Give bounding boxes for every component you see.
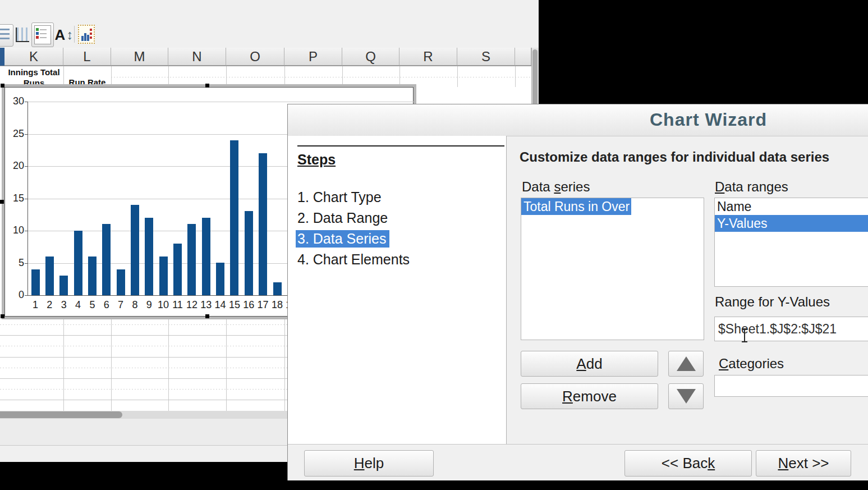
toolbar-separator [74, 26, 75, 43]
step-item-1[interactable]: 1. Chart Type [296, 189, 385, 206]
column-header-j-selected[interactable] [0, 48, 4, 66]
column-line [168, 319, 169, 411]
chart-selection-handle[interactable] [205, 84, 209, 88]
column-header-K[interactable]: K [4, 48, 63, 66]
chart-toolbar: A↕ [0, 21, 539, 48]
column-line [63, 319, 64, 411]
y-axis-label: 15 [7, 193, 24, 204]
chart-selection-handle[interactable] [205, 314, 209, 318]
steps-heading: Steps [297, 152, 336, 168]
column-line [111, 319, 112, 411]
data-series-item[interactable]: Total Runs in Over [521, 198, 631, 215]
step-item-2[interactable]: 2. Data Range [296, 209, 391, 227]
chart-selection-handle[interactable] [0, 200, 4, 204]
dialog-titlebar[interactable]: Chart Wizard [288, 104, 868, 136]
bar [259, 153, 267, 295]
vertical-grids-icon[interactable] [15, 26, 30, 43]
gridline [28, 102, 414, 102]
column-header-N[interactable]: N [168, 48, 226, 66]
horizontal-grids-icon[interactable] [0, 24, 13, 47]
y-axis-label: 30 [7, 95, 24, 107]
data-range-item[interactable]: Name [715, 198, 868, 215]
y-axis-label: 0 [7, 289, 24, 301]
panel-separator [506, 136, 507, 444]
y-axis [27, 102, 28, 296]
header-bottom-border [0, 66, 531, 66]
bar [45, 257, 54, 295]
data-series-listbox[interactable]: Total Runs in Over [521, 198, 704, 340]
column-line [515, 66, 516, 87]
help-button[interactable]: Help [304, 450, 434, 477]
column-header-O[interactable]: O [226, 48, 284, 66]
y-axis-label: 10 [7, 225, 24, 236]
range-for-y-values-label: Range for Y-Values [715, 294, 830, 310]
y-axis-label: 25 [7, 128, 24, 140]
column-line [284, 319, 285, 411]
horizontal-scrollbar-thumb[interactable] [0, 411, 122, 418]
move-down-button[interactable] [668, 383, 704, 409]
bar [88, 257, 97, 295]
content-heading: Customize data ranges for individual dat… [520, 149, 829, 165]
column-header-Q[interactable]: Q [342, 48, 399, 66]
bar [102, 224, 111, 295]
column-header-S[interactable]: S [457, 48, 515, 66]
up-arrow-icon [677, 356, 696, 371]
data-table-icon[interactable] [78, 25, 95, 44]
bar [145, 218, 153, 295]
screen: A↕ KLMNOPQRS Innings Total Runs Run Rate… [0, 0, 868, 490]
bar [187, 224, 196, 295]
bar [173, 244, 182, 295]
categories-input[interactable] [714, 375, 868, 397]
down-arrow-icon [677, 389, 696, 404]
column-header-P[interactable]: P [284, 48, 342, 66]
remove-button[interactable]: Remove [521, 383, 658, 409]
legend-glyph [34, 25, 51, 44]
legend-on-off-icon[interactable] [31, 22, 54, 47]
column-header-L[interactable]: L [63, 48, 111, 66]
bar [31, 269, 40, 295]
column-header-R[interactable]: R [399, 48, 457, 66]
data-ranges-listbox[interactable]: NameY-Values [714, 198, 868, 287]
y-axis-label: 5 [7, 257, 24, 269]
back-button[interactable]: << Back [624, 450, 752, 477]
data-table-glyph [78, 25, 95, 44]
bar [245, 211, 253, 295]
move-up-button[interactable] [668, 351, 704, 377]
column-header-partial[interactable] [515, 48, 531, 66]
bar [59, 276, 68, 295]
dialog-title: Chart Wizard [650, 109, 767, 130]
bar [273, 282, 282, 295]
column-header-M[interactable]: M [111, 48, 168, 66]
data-range-item[interactable]: Y-Values [715, 215, 868, 232]
next-button[interactable]: Next >> [756, 450, 851, 477]
column-line [226, 319, 227, 411]
bar [230, 140, 238, 295]
categories-label: Categories [719, 356, 784, 372]
column-line [457, 66, 458, 87]
i-beam-cursor [741, 328, 748, 342]
chart-selection-handle[interactable] [1, 84, 4, 88]
horizontal-lines-glyph [0, 29, 10, 42]
bar [117, 269, 125, 295]
range-input[interactable]: $Sheet1.$J$2:$J$21 [714, 317, 868, 341]
chart-selection-handle[interactable] [1, 314, 4, 318]
bar [202, 218, 210, 295]
footer-separator [288, 444, 868, 445]
data-ranges-label: Data ranges [715, 179, 788, 195]
chart-wizard-dialog: Chart Wizard Steps 1. Chart Type2. Data … [287, 104, 868, 480]
steps-list: 1. Chart Type2. Data Range3. Data Series… [296, 189, 413, 272]
row1-line [111, 77, 531, 77]
scale-text-icon[interactable]: A↕ [54, 26, 74, 44]
step-item-4[interactable]: 4. Chart Elements [296, 251, 413, 268]
bar [216, 263, 224, 295]
y-axis-label: 20 [7, 160, 24, 172]
data-series-label: Data series [522, 179, 590, 195]
steps-panel: Steps 1. Chart Type2. Data Range3. Data … [288, 136, 506, 444]
bar [74, 231, 82, 295]
bar [159, 257, 168, 295]
bar [131, 205, 139, 295]
step-item-3[interactable]: 3. Data Series [296, 230, 389, 248]
add-button[interactable]: Add [521, 351, 658, 377]
vertical-lines-glyph [16, 28, 29, 42]
steps-rule [297, 145, 504, 146]
